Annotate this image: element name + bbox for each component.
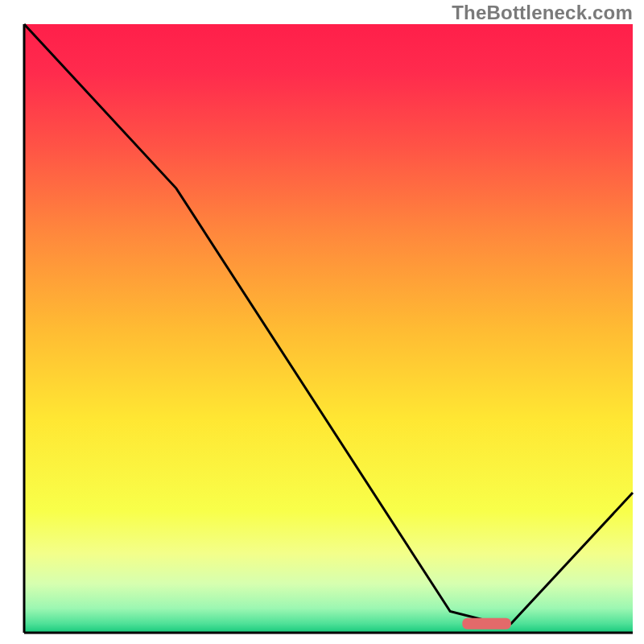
optimum-marker (462, 618, 510, 630)
plot-background (24, 24, 633, 633)
bottleneck-chart (0, 0, 644, 644)
chart-container: TheBottleneck.com (0, 0, 644, 644)
